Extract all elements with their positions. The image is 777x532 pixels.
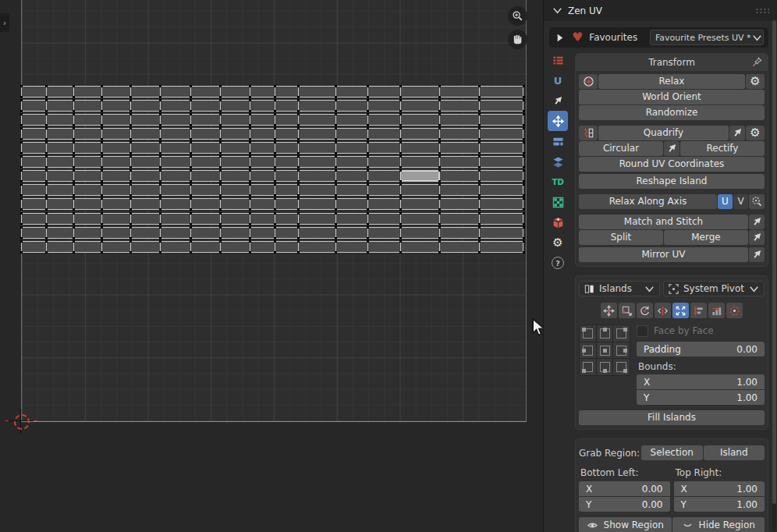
uv-island-row[interactable] bbox=[21, 198, 523, 210]
grab-island-button[interactable]: Island bbox=[704, 445, 765, 460]
op-arrange-button[interactable] bbox=[708, 303, 725, 318]
uv-island-row[interactable] bbox=[21, 170, 523, 182]
split-merge-tool-button[interactable] bbox=[749, 230, 765, 245]
mirror-uv-tool-button[interactable] bbox=[749, 247, 765, 262]
reshape-island-button[interactable]: Reshape Island bbox=[579, 174, 765, 189]
gear-icon: ⚙ bbox=[750, 127, 760, 139]
op-move-button[interactable] bbox=[601, 303, 617, 318]
face-by-face-checkbox[interactable] bbox=[637, 325, 648, 337]
show-region-button[interactable]: Show Region bbox=[579, 517, 672, 532]
merge-button[interactable]: Merge bbox=[664, 230, 748, 245]
align-cell-1-0[interactable] bbox=[580, 342, 596, 359]
uv-island-row[interactable] bbox=[21, 128, 523, 140]
round-uv-button[interactable]: Round UV Coordinates bbox=[579, 157, 765, 172]
tab-favourites[interactable] bbox=[548, 50, 568, 70]
quadrify-button[interactable]: Quadrify bbox=[598, 126, 729, 140]
uv-island-row[interactable] bbox=[21, 142, 523, 154]
uv-island-row[interactable] bbox=[21, 227, 523, 239]
pin-icon[interactable] bbox=[751, 56, 763, 68]
hand-icon bbox=[512, 34, 523, 45]
split-button[interactable]: Split bbox=[579, 230, 663, 245]
mirror-uv-button[interactable]: Mirror UV bbox=[579, 247, 748, 262]
circular-tool-button[interactable] bbox=[664, 141, 679, 156]
randomize-button[interactable]: Randomize bbox=[579, 105, 765, 120]
hide-region-button[interactable]: Hide Region bbox=[672, 517, 765, 532]
padding-slider[interactable]: Padding 0.00 bbox=[637, 342, 765, 356]
uv-island-row[interactable] bbox=[21, 156, 523, 168]
top-right-y-slider[interactable]: Y 1.00 bbox=[674, 497, 765, 512]
toolbar-toggle[interactable]: › bbox=[0, 13, 9, 32]
align-cell-1-2[interactable] bbox=[613, 342, 630, 359]
fill-islands-button[interactable]: Fill Islands bbox=[579, 410, 765, 425]
uv-island-row[interactable] bbox=[21, 100, 523, 112]
match-stitch-tool-button[interactable] bbox=[749, 215, 765, 229]
tab-preferences[interactable]: ⚙ bbox=[548, 232, 568, 253]
relax-button[interactable]: Relax bbox=[598, 74, 745, 89]
quadrify-settings-button[interactable]: ⚙ bbox=[746, 126, 765, 140]
op-flip-button[interactable] bbox=[655, 303, 671, 318]
op-rotate-icon bbox=[639, 305, 651, 317]
axis-u-toggle[interactable]: U bbox=[718, 194, 733, 209]
tab-select-icon bbox=[552, 95, 564, 107]
viewport-pan-button[interactable] bbox=[508, 30, 527, 49]
relax-along-axis-button[interactable]: Relax Along Axis bbox=[579, 194, 717, 209]
tab-checker[interactable] bbox=[548, 192, 568, 212]
uv-island-row[interactable] bbox=[21, 241, 523, 253]
match-stitch-button[interactable]: Match and Stitch bbox=[579, 215, 748, 229]
favourite-presets-dropdown[interactable]: Favourite Presets UV * bbox=[650, 30, 764, 45]
uv-editor-viewport[interactable]: › bbox=[0, 0, 542, 532]
rectify-button[interactable]: Rectify bbox=[680, 141, 765, 156]
viewport-zoom-button[interactable] bbox=[508, 6, 527, 26]
relax-axis-inspect-button[interactable] bbox=[749, 194, 765, 209]
op-orient-button[interactable] bbox=[726, 303, 743, 318]
tab-pack[interactable] bbox=[548, 212, 568, 232]
drag-grip-icon[interactable] bbox=[755, 8, 769, 14]
bottom-left-x-slider[interactable]: X 0.00 bbox=[579, 481, 670, 496]
collapse-chevron-icon[interactable] bbox=[552, 5, 563, 16]
tab-texel-density[interactable]: TD bbox=[548, 172, 568, 192]
panel-header[interactable]: Zen UV bbox=[544, 0, 777, 21]
circular-button[interactable]: Circular bbox=[579, 141, 663, 156]
align-widget[interactable] bbox=[579, 325, 630, 376]
islands-group: Islands System Pivot Face bbox=[575, 275, 768, 430]
op-rotate-button[interactable] bbox=[637, 303, 653, 318]
op-fit-button[interactable] bbox=[619, 303, 635, 318]
tab-stack[interactable] bbox=[548, 151, 568, 172]
bounds-y-slider[interactable]: Y 1.00 bbox=[637, 390, 765, 405]
align-cell-2-1[interactable] bbox=[597, 359, 613, 375]
align-cell-1-1[interactable] bbox=[597, 342, 613, 359]
align-cell-2-0[interactable] bbox=[580, 359, 596, 375]
tab-select[interactable] bbox=[548, 90, 568, 111]
tab-help[interactable]: ? bbox=[548, 253, 568, 273]
op-distribute-button[interactable] bbox=[672, 303, 689, 318]
align-cell-0-0[interactable] bbox=[580, 325, 596, 342]
top-right-x-slider[interactable]: X 1.00 bbox=[674, 481, 765, 496]
quadrify-tool-button[interactable] bbox=[729, 126, 745, 140]
bottom-left-y-slider[interactable]: Y 0.00 bbox=[579, 497, 670, 512]
uv-island-row[interactable] bbox=[21, 184, 523, 196]
relax-icon[interactable] bbox=[579, 74, 598, 89]
expand-arrow-icon[interactable] bbox=[554, 32, 566, 44]
tab-transform[interactable] bbox=[548, 111, 568, 131]
align-cell-0-1[interactable] bbox=[597, 325, 613, 342]
tab-uv[interactable]: U bbox=[548, 70, 568, 90]
favourites-row[interactable]: ♥ Favourites Favourite Presets UV * bbox=[549, 27, 768, 48]
bounds-x-slider[interactable]: X 1.00 bbox=[637, 374, 765, 389]
uv-island-row[interactable] bbox=[21, 213, 523, 225]
tab-layout[interactable] bbox=[548, 131, 568, 151]
align-cell-0-2[interactable] bbox=[613, 325, 630, 342]
align-cell-2-2[interactable] bbox=[613, 359, 630, 375]
axis-v-toggle[interactable]: V bbox=[733, 194, 748, 209]
grab-selection-button[interactable]: Selection bbox=[641, 445, 703, 460]
heart-icon[interactable]: ♥ bbox=[572, 32, 583, 43]
quadrify-icon[interactable] bbox=[579, 126, 598, 140]
uv-island-row[interactable] bbox=[21, 86, 523, 98]
pivot-dropdown[interactable]: System Pivot bbox=[663, 281, 765, 296]
islands-mode-dropdown[interactable]: Islands bbox=[579, 281, 660, 296]
world-orient-button[interactable]: World Orient bbox=[579, 90, 765, 105]
uv-island-row[interactable] bbox=[21, 114, 523, 126]
panel-scrollbar-thumb[interactable] bbox=[772, 20, 776, 504]
transform-header[interactable]: Transform bbox=[576, 54, 768, 71]
relax-settings-button[interactable]: ⚙ bbox=[746, 74, 765, 89]
op-align-button[interactable] bbox=[690, 303, 707, 318]
